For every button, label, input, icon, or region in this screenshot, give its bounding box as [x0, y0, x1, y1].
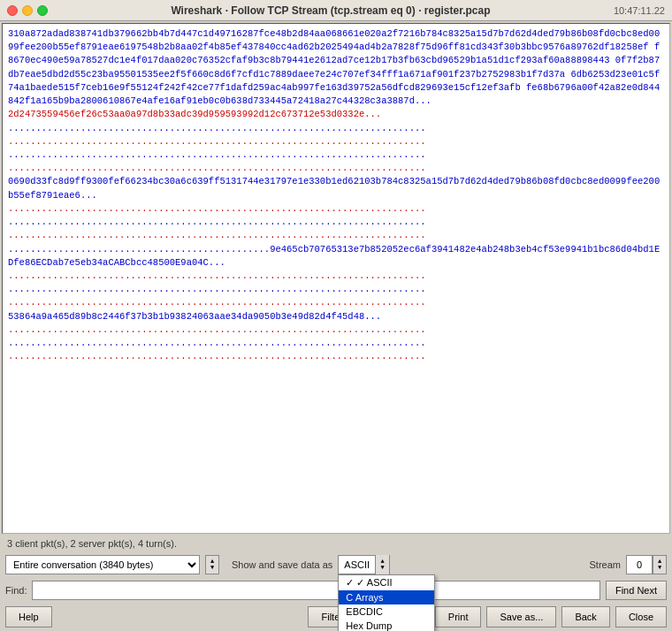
format-select-wrapper: ASCII ▲ ▼ ✓ ASCIIC ArraysEBCDICHex DumpU…: [338, 555, 390, 574]
stream-spinner-group: 0 ▲ ▼: [626, 555, 667, 574]
close-button[interactable]: Close: [615, 606, 667, 627]
format-option-c-arrays[interactable]: C Arrays: [339, 590, 434, 604]
conversation-select[interactable]: Entire conversation (3840 bytes): [5, 555, 200, 574]
back-button[interactable]: Back: [561, 606, 609, 627]
minimize-window-button[interactable]: [22, 5, 33, 16]
stream-label: Stream: [590, 559, 621, 570]
window-controls[interactable]: [7, 5, 48, 16]
show-save-label: Show and save data as: [232, 559, 332, 570]
stream-spinner[interactable]: ▲ ▼: [653, 555, 667, 574]
save-as-button[interactable]: Save as...: [486, 606, 556, 627]
status-bar: 3 client pkt(s), 2 server pkt(s), 4 turn…: [0, 536, 672, 551]
help-button[interactable]: Help: [5, 606, 52, 627]
print-button[interactable]: Print: [435, 606, 482, 627]
maximize-window-button[interactable]: [37, 5, 48, 16]
find-input[interactable]: [32, 581, 599, 600]
format-spinner-down-icon: ▼: [380, 565, 384, 571]
controls-row1: Entire conversation (3840 bytes) ▲ ▼ Sho…: [0, 551, 672, 578]
format-option-ascii[interactable]: ✓ ASCII: [339, 575, 434, 590]
conversation-spinner[interactable]: ▲ ▼: [205, 555, 219, 574]
close-window-button[interactable]: [7, 5, 18, 16]
find-next-button[interactable]: Find Next: [606, 581, 667, 600]
format-option-ebcdic[interactable]: EBCDIC: [339, 604, 434, 619]
find-label: Find:: [5, 585, 27, 596]
bottom-controls: Help Filter Out This Stream Print Save a…: [0, 603, 672, 631]
stream-content-area[interactable]: 310a872adad838741db379662bb4b7d447c1d497…: [2, 23, 670, 534]
stream-number-display: 0: [626, 555, 653, 574]
window-title: Wireshark · Follow TCP Stream (tcp.strea…: [48, 4, 614, 17]
title-bar: Wireshark · Follow TCP Stream (tcp.strea…: [0, 0, 672, 21]
stream-text-content: 310a872adad838741db379662bb4b7d447c1d497…: [8, 27, 664, 363]
format-spinner[interactable]: ▲ ▼: [375, 555, 389, 574]
format-dropdown[interactable]: ✓ ASCIIC ArraysEBCDICHex DumpUTF-8UTF-16…: [338, 574, 435, 631]
spinner-down-icon: ▼: [210, 565, 214, 571]
title-bar-time: 10:47:11.22: [614, 5, 665, 16]
format-option-hex-dump[interactable]: Hex Dump: [339, 619, 434, 631]
stream-down-icon: ▼: [658, 565, 661, 571]
status-text: 3 client pkt(s), 2 server pkt(s), 4 turn…: [7, 538, 177, 549]
format-current-value: ASCII: [339, 559, 375, 571]
controls-row2: Find: Find Next: [0, 578, 672, 603]
